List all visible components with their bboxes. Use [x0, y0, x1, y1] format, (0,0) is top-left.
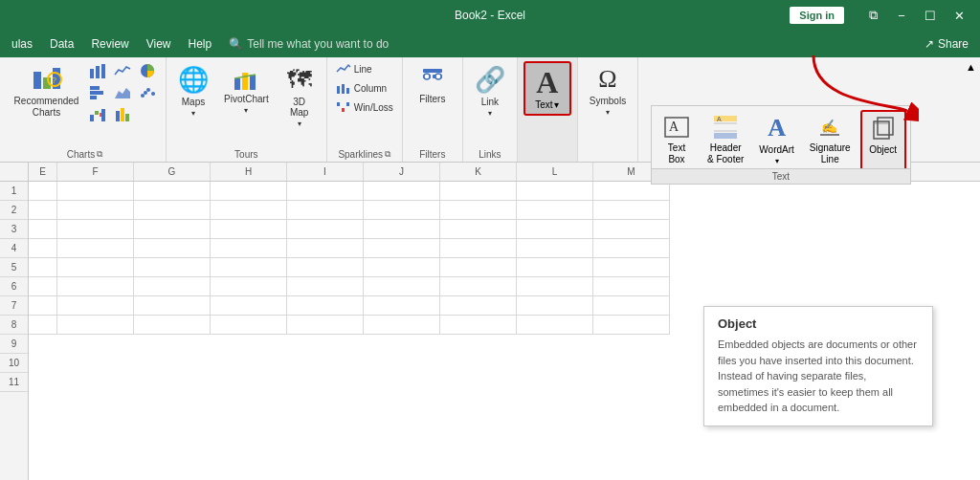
cell-g6[interactable] [134, 277, 211, 296]
cell-g4[interactable] [134, 239, 211, 258]
cell-j3[interactable] [364, 220, 440, 239]
cell-h5[interactable] [211, 258, 287, 277]
cell-h3[interactable] [211, 220, 287, 239]
cell-h4[interactable] [211, 239, 287, 258]
minimize-button[interactable]: − [888, 4, 915, 27]
close-button[interactable]: ✕ [946, 4, 972, 27]
cell-l3[interactable] [517, 220, 593, 239]
col-header-l[interactable]: L [517, 163, 593, 181]
cell-g5[interactable] [134, 258, 211, 277]
cell-i4[interactable] [287, 239, 364, 258]
col-header-k[interactable]: K [440, 163, 517, 181]
col-header-j[interactable]: J [364, 163, 440, 181]
cell-j1[interactable] [364, 182, 440, 201]
cell-l6[interactable] [517, 277, 593, 296]
cell-l4[interactable] [517, 239, 593, 258]
line-chart-button[interactable] [111, 61, 134, 80]
cell-e3[interactable] [29, 220, 57, 239]
cell-i7[interactable] [287, 296, 364, 316]
cell-m2[interactable] [593, 201, 670, 220]
cell-j7[interactable] [364, 296, 440, 316]
cell-f4[interactable] [57, 239, 134, 258]
cell-h6[interactable] [211, 277, 287, 296]
cell-e2[interactable] [29, 201, 57, 220]
cell-j6[interactable] [364, 277, 440, 296]
cell-l8[interactable] [517, 316, 593, 335]
text-button[interactable]: A Text ▾ [523, 61, 571, 116]
cell-k5[interactable] [440, 258, 517, 277]
cell-g1[interactable] [134, 182, 211, 201]
cell-m5[interactable] [593, 258, 670, 277]
cell-k8[interactable] [440, 316, 517, 335]
col-header-i[interactable]: I [287, 163, 364, 181]
cell-e5[interactable] [29, 258, 57, 277]
pivotchart-button[interactable]: PivotChart ▾ [218, 61, 275, 119]
charts-expand-icon[interactable]: ⧉ [97, 149, 102, 160]
column-chart-button[interactable] [86, 61, 109, 80]
col-header-h[interactable]: H [211, 163, 287, 181]
cell-k4[interactable] [440, 239, 517, 258]
search-input[interactable] [247, 37, 438, 51]
ribbon-collapse-button[interactable]: ▲ [966, 61, 976, 73]
cell-g7[interactable] [134, 296, 211, 316]
menu-data[interactable]: Data [42, 34, 81, 54]
cell-j5[interactable] [364, 258, 440, 277]
cell-i8[interactable] [287, 316, 364, 335]
share-button[interactable]: ↗ Share [917, 34, 976, 54]
cell-h8[interactable] [211, 316, 287, 335]
cell-i3[interactable] [287, 220, 364, 239]
cell-l5[interactable] [517, 258, 593, 277]
cell-g2[interactable] [134, 201, 211, 220]
cell-e8[interactable] [29, 316, 57, 335]
3dmap-button[interactable]: 🗺 3DMap ▾ [278, 61, 321, 132]
sign-in-button[interactable]: Sign in [790, 7, 844, 24]
cell-e1[interactable] [29, 182, 57, 201]
pie-chart-button[interactable] [136, 61, 159, 80]
cell-g8[interactable] [134, 316, 211, 335]
symbols-button[interactable]: Ω Symbols ▾ [584, 61, 632, 120]
cell-j4[interactable] [364, 239, 440, 258]
filters-button[interactable]: Filters [409, 61, 457, 108]
cell-k7[interactable] [440, 296, 517, 316]
cell-k1[interactable] [440, 182, 517, 201]
link-button[interactable]: 🔗 Link ▾ [469, 61, 511, 121]
cell-h1[interactable] [211, 182, 287, 201]
cell-i2[interactable] [287, 201, 364, 220]
cell-l7[interactable] [517, 296, 593, 316]
cell-f7[interactable] [57, 296, 134, 316]
sparklines-expand-icon[interactable]: ⧉ [385, 149, 390, 160]
col-header-g[interactable]: G [134, 163, 211, 181]
more-charts-button[interactable] [111, 105, 134, 124]
cell-j2[interactable] [364, 201, 440, 220]
cell-f6[interactable] [57, 277, 134, 296]
cell-e7[interactable] [29, 296, 57, 316]
maximize-button[interactable]: ☐ [917, 4, 944, 27]
cell-g3[interactable] [134, 220, 211, 239]
cell-k3[interactable] [440, 220, 517, 239]
cell-j8[interactable] [364, 316, 440, 335]
cell-m4[interactable] [593, 239, 670, 258]
winloss-sparkline-button[interactable]: Win/Loss [333, 99, 396, 115]
recommended-charts-button[interactable]: ? RecommendedCharts [11, 61, 83, 121]
restore-button[interactable]: ⧉ [859, 4, 886, 27]
cell-k6[interactable] [440, 277, 517, 296]
cell-e4[interactable] [29, 239, 57, 258]
cell-f3[interactable] [57, 220, 134, 239]
area-chart-button[interactable] [111, 83, 134, 102]
scatter-chart-button[interactable] [136, 83, 159, 102]
maps-button[interactable]: 🌐 Maps ▾ [172, 61, 214, 121]
cell-f1[interactable] [57, 182, 134, 201]
cell-h2[interactable] [211, 201, 287, 220]
cell-m8[interactable] [593, 316, 670, 335]
column-sparkline-button[interactable]: Column [333, 80, 390, 96]
cell-l2[interactable] [517, 201, 593, 220]
col-header-f[interactable]: F [57, 163, 134, 181]
cell-i5[interactable] [287, 258, 364, 277]
cell-m3[interactable] [593, 220, 670, 239]
menu-help[interactable]: Help [181, 34, 220, 54]
cell-k2[interactable] [440, 201, 517, 220]
cell-l1[interactable] [517, 182, 593, 201]
menu-view[interactable]: View [139, 34, 179, 54]
cell-f8[interactable] [57, 316, 134, 335]
cell-h7[interactable] [211, 296, 287, 316]
